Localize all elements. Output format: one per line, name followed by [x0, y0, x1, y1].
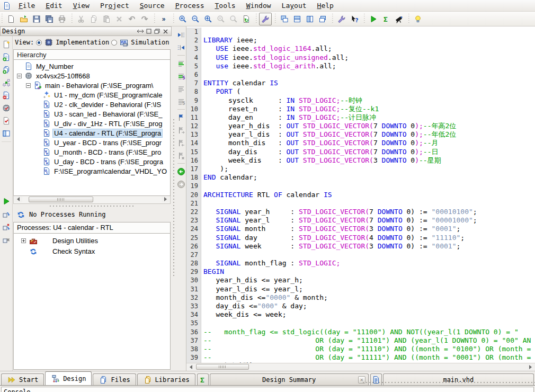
menu-window[interactable]: Window — [241, 1, 277, 11]
rerun-process-button[interactable] — [1, 208, 12, 220]
lightbulb-button[interactable] — [412, 13, 424, 25]
zoom-full-button[interactable] — [202, 13, 215, 25]
copy-button[interactable] — [87, 13, 100, 25]
scrollbar-thumb[interactable] — [29, 197, 93, 202]
analyze-button[interactable] — [393, 13, 405, 25]
code-line[interactable]: SIGNAL year_h : STD_LOGIC_VECTOR(7 DOWNT… — [203, 208, 535, 216]
hierarchy-item[interactable]: xc4vsx25-10ff668 — [14, 71, 170, 81]
menu-file[interactable]: File — [13, 1, 40, 11]
uncomment-lines-gray-button[interactable]: 5 — [176, 95, 186, 108]
scroll-right-arrow[interactable] — [162, 197, 170, 202]
chip-check-button[interactable] — [1, 102, 12, 114]
create-blocks-button[interactable] — [1, 76, 12, 89]
menu-layout[interactable]: Layout — [277, 1, 312, 11]
zoom-out-button[interactable] — [189, 13, 202, 25]
code-line[interactable]: week_dis : OUT STD_LOGIC_VECTOR(3 DOWNTO… — [203, 156, 535, 165]
prev-location-button[interactable] — [176, 29, 186, 41]
go-forward-button[interactable] — [176, 178, 186, 191]
process-item[interactable]: Design Utilities — [14, 236, 170, 246]
code-line[interactable]: month_dis <="0000" & month; — [203, 293, 535, 302]
code-line[interactable]: month_dis : OUT STD_LOGIC_VECTOR(7 DOWNT… — [203, 139, 535, 147]
code-line[interactable]: week_dis <= week; — [203, 310, 535, 319]
code-line[interactable]: USE ieee.std_logic_1164.all; — [203, 44, 535, 53]
comment-lines-gray-button[interactable] — [176, 83, 186, 95]
add-source-button[interactable] — [1, 51, 12, 64]
print-button[interactable] — [56, 13, 68, 25]
expand-icon[interactable] — [21, 238, 26, 243]
hierarchy-item[interactable]: VHU_div - div_1Hz - RTL (F:\ISE_prog — [14, 119, 170, 128]
hierarchy-item[interactable]: VHU_month - BCD - trans (F:\ISE_pro — [14, 147, 170, 157]
cut-button[interactable] — [75, 13, 87, 25]
code-line[interactable] — [203, 319, 535, 327]
scroll-left-arrow[interactable] — [187, 364, 195, 370]
menu-edit[interactable]: Edit — [40, 1, 67, 11]
more-buttons-button[interactable]: » — [157, 13, 170, 25]
code-line[interactable]: reset_n : IN STD_LOGIC;--复位--k1 — [203, 105, 535, 113]
code-line[interactable]: use ieee.std_logic_arith.all; — [203, 62, 535, 70]
code-line[interactable]: ARCHITECTURE RTL OF calendar IS — [203, 191, 535, 199]
save-all-button[interactable] — [43, 13, 56, 25]
process-item[interactable]: Check Syntax — [14, 246, 170, 257]
scrollbar-thumb[interactable] — [196, 364, 249, 370]
code-line[interactable]: sysclk : IN STD_LOGIC;--时钟 — [203, 96, 535, 105]
settings-wrench-button[interactable] — [335, 13, 348, 25]
new-file-button[interactable] — [5, 13, 17, 25]
code-line[interactable]: SIGNAL year_l : STD_LOGIC_VECTOR(7 DOWNT… — [203, 216, 535, 225]
hierarchy-scrollbar[interactable] — [13, 196, 171, 204]
go-back-button[interactable] — [176, 165, 186, 178]
zoom-selection-button[interactable] — [215, 13, 227, 25]
code-line[interactable]: SIGNAL month : STD_LOGIC_VECTOR(3 DOWNTO… — [203, 225, 535, 233]
vertical-splitter[interactable] — [172, 26, 176, 371]
remove-source-button[interactable] — [1, 89, 12, 102]
code-line[interactable]: -- OR (day = "11111") AND ((month = "000… — [203, 353, 535, 362]
panel-close-button[interactable] — [162, 28, 170, 35]
file-check-button[interactable] — [1, 114, 12, 127]
menu-help[interactable]: Help — [312, 1, 339, 11]
undo-button[interactable]: ↶ — [126, 13, 138, 25]
tab-design[interactable]: Design — [45, 371, 92, 385]
code-line[interactable]: ENTITY calendar IS — [203, 79, 535, 87]
collapse-icon[interactable] — [17, 74, 22, 78]
paste-button[interactable] — [100, 13, 113, 25]
panel-restore-button[interactable] — [153, 28, 161, 35]
scroll-right-arrow[interactable] — [527, 364, 534, 370]
code-line[interactable]: year_l_dis : OUT STD_LOGIC_VECTOR(7 DOWN… — [203, 130, 535, 139]
code-lines[interactable]: LIBRARY ieee; USE ieee.std_logic_1164.al… — [202, 28, 535, 363]
code-line[interactable]: ); — [203, 165, 535, 173]
simulation-label[interactable]: Simulation — [131, 39, 169, 46]
toggle-bookmark-button[interactable] — [176, 111, 186, 124]
new-source-button[interactable] — [1, 38, 12, 51]
hierarchy-item[interactable]: U1 - my_dcm (F:\ISE_program\cale — [14, 90, 170, 100]
code-line[interactable]: LIBRARY ieee; — [203, 36, 535, 44]
design-summary-button[interactable]: Σ — [380, 13, 393, 25]
hierarchy-item[interactable]: My_Number — [14, 61, 170, 71]
code-line[interactable] — [203, 28, 535, 36]
run-button[interactable] — [367, 13, 380, 25]
collapse-icon[interactable] — [26, 83, 31, 88]
find-button[interactable] — [227, 13, 240, 25]
hierarchy-item[interactable]: UCF:\ISE_program\calendar_VHDL_YO — [14, 166, 170, 176]
next-location-button[interactable] — [176, 41, 186, 54]
panel-maximize-button[interactable] — [145, 28, 153, 35]
code-line[interactable]: day_dis : OUT STD_LOGIC_VECTOR(7 DOWNTO … — [203, 148, 535, 156]
code-line[interactable]: SIGNAL day : STD_LOGIC_VECTOR(4 DOWNTO 0… — [203, 234, 535, 242]
design-summary-tab[interactable]: Design Summary ✕ — [210, 373, 369, 385]
menu-process[interactable]: Process — [170, 1, 210, 11]
menu-tools[interactable]: Tools — [210, 1, 241, 11]
hierarchy-item[interactable]: VHU_day - BCD - trans (F:\ISE_progra — [14, 157, 170, 166]
hierarchy-item[interactable]: VHU4 - calendar - RTL (F:\ISE_progra — [14, 128, 170, 138]
code-line[interactable]: BEGIN — [203, 268, 535, 276]
hierarchy-item[interactable]: VHU3 - scan_led - Behavioral (F:\ISE_ — [14, 109, 170, 119]
toggle-panel-button[interactable] — [259, 13, 272, 25]
scroll-left-arrow[interactable] — [14, 197, 22, 202]
hierarchy-item[interactable]: VHU2 - clk_devider - Behavioral (F:\IS — [14, 100, 170, 109]
code-editor[interactable]: 1234567891011121314151617181920212223242… — [186, 26, 535, 371]
code-line[interactable] — [203, 70, 535, 79]
save-button[interactable] — [30, 13, 43, 25]
hierarchy-item[interactable]: VHU_year - BCD - trans (F:\ISE_progr — [14, 138, 170, 147]
code-line[interactable]: -- month_flag <= std_logic((day = "11100… — [203, 328, 535, 336]
tab-files[interactable]: Files — [93, 373, 136, 385]
tab-start[interactable]: Start — [1, 373, 44, 385]
prev-bookmark-button[interactable] — [176, 137, 186, 149]
code-line[interactable] — [203, 251, 535, 259]
